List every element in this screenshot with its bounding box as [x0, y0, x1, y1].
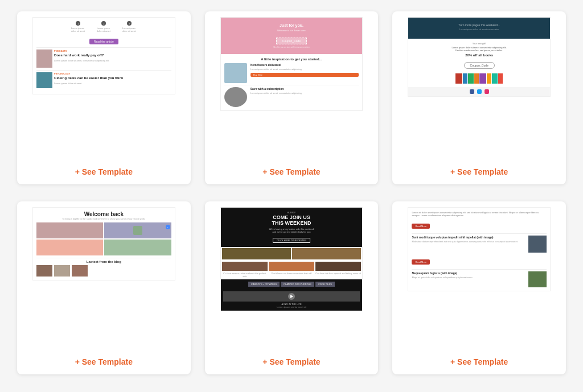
template-preview-1: 1 Lorem ipsum dolor sit amet 2 Lorem ips…	[17, 11, 191, 159]
template-link-5[interactable]: + See Template	[262, 349, 320, 374]
mini-email-5: HURRY! COME JOIN USTHIS WEEKEND We're ha…	[220, 207, 363, 311]
template-preview-4: Welcome back To bring a big life to the …	[17, 201, 191, 349]
template-link-3[interactable]: + See Template	[450, 159, 508, 184]
template-link-2[interactable]: + See Template	[262, 159, 320, 184]
template-card-2: Just for you. Welcome to our flower stor…	[205, 11, 379, 184]
template-card-5: HURRY! COME JOIN USTHIS WEEKEND We're ha…	[205, 201, 379, 374]
templates-grid-row2: Welcome back To bring a big life to the …	[17, 201, 566, 374]
mini-email-1: 1 Lorem ipsum dolor sit amet 2 Lorem ips…	[32, 17, 175, 94]
template-link-6[interactable]: + See Template	[450, 349, 508, 374]
template-preview-3: Turn more pages this weekend... Lorem ip…	[392, 11, 566, 159]
template-preview-2: Just for you. Welcome to our flower stor…	[205, 11, 379, 159]
template-card-1: 1 Lorem ipsum dolor sit amet 2 Lorem ips…	[17, 11, 191, 184]
template-link-4[interactable]: + See Template	[75, 349, 133, 374]
template-card-3: Turn more pages this weekend... Lorem ip…	[392, 11, 566, 184]
template-card-4: Welcome back To bring a big life to the …	[17, 201, 191, 374]
mini-email-6: Lorem sit dolor amet ipsum consectetur a…	[408, 207, 550, 291]
mini-email-2: Just for you. Welcome to our flower stor…	[220, 17, 363, 111]
mini-email-3: Turn more pages this weekend... Lorem ip…	[408, 17, 550, 97]
template-preview-5: HURRY! COME JOIN USTHIS WEEKEND We're ha…	[205, 201, 379, 349]
template-link-1[interactable]: + See Template	[75, 159, 133, 184]
template-card-6: Lorem sit dolor amet ipsum consectetur a…	[392, 201, 566, 374]
mini-email-4: Welcome back To bring a big life to the …	[32, 207, 175, 280]
template-preview-6: Lorem sit dolor amet ipsum consectetur a…	[392, 201, 566, 349]
templates-grid-row1: 1 Lorem ipsum dolor sit amet 2 Lorem ips…	[17, 11, 566, 184]
page-container: 1 Lorem ipsum dolor sit amet 2 Lorem ips…	[0, 0, 583, 392]
